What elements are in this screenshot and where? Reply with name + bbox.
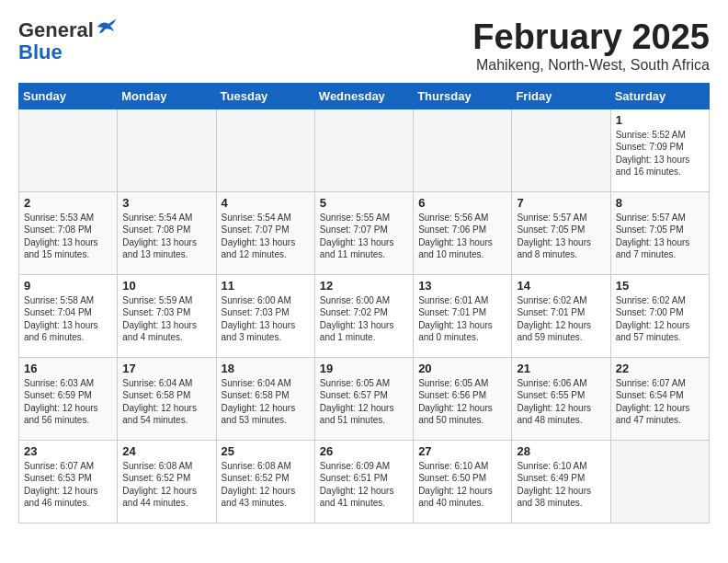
calendar-cell: 10Sunrise: 5:59 AM Sunset: 7:03 PM Dayli… (118, 274, 216, 357)
calendar-cell: 9Sunrise: 5:58 AM Sunset: 7:04 PM Daylig… (19, 274, 118, 357)
calendar-cell: 6Sunrise: 5:56 AM Sunset: 7:06 PM Daylig… (414, 191, 512, 274)
calendar-cell: 18Sunrise: 6:04 AM Sunset: 6:58 PM Dayli… (216, 357, 314, 440)
day-header-sunday: Sunday (19, 83, 118, 109)
day-info: Sunrise: 6:10 AM Sunset: 6:50 PM Dayligh… (418, 460, 506, 510)
day-number: 16 (24, 362, 112, 375)
day-info: Sunrise: 6:09 AM Sunset: 6:51 PM Dayligh… (320, 460, 408, 510)
calendar-cell: 15Sunrise: 6:02 AM Sunset: 7:00 PM Dayli… (610, 274, 709, 357)
calendar-cell: 2Sunrise: 5:53 AM Sunset: 7:08 PM Daylig… (19, 191, 118, 274)
day-info: Sunrise: 6:07 AM Sunset: 6:53 PM Dayligh… (24, 460, 112, 510)
calendar-cell (610, 440, 709, 523)
logo: General Blue (18, 18, 118, 64)
day-number: 14 (517, 279, 605, 293)
day-info: Sunrise: 6:02 AM Sunset: 7:00 PM Dayligh… (616, 294, 704, 344)
day-number: 1 (616, 113, 704, 127)
calendar-cell (216, 109, 314, 191)
calendar-cell: 4Sunrise: 5:54 AM Sunset: 7:07 PM Daylig… (216, 191, 314, 274)
day-number: 7 (517, 196, 605, 210)
calendar-cell (118, 109, 216, 191)
logo-general: General (18, 18, 94, 42)
day-info: Sunrise: 6:04 AM Sunset: 6:58 PM Dayligh… (122, 377, 210, 427)
day-info: Sunrise: 6:04 AM Sunset: 6:58 PM Dayligh… (222, 377, 310, 427)
day-number: 19 (320, 362, 408, 375)
day-info: Sunrise: 6:10 AM Sunset: 6:49 PM Dayligh… (517, 460, 605, 510)
day-number: 8 (616, 196, 704, 210)
calendar-cell: 28Sunrise: 6:10 AM Sunset: 6:49 PM Dayli… (512, 440, 610, 523)
day-number: 24 (122, 444, 210, 458)
calendar-table: SundayMondayTuesdayWednesdayThursdayFrid… (18, 83, 710, 523)
day-info: Sunrise: 6:02 AM Sunset: 7:01 PM Dayligh… (517, 294, 605, 344)
calendar-cell: 11Sunrise: 6:00 AM Sunset: 7:03 PM Dayli… (216, 274, 314, 357)
day-info: Sunrise: 6:08 AM Sunset: 6:52 PM Dayligh… (222, 460, 310, 510)
day-info: Sunrise: 6:07 AM Sunset: 6:54 PM Dayligh… (616, 377, 704, 427)
day-info: Sunrise: 5:58 AM Sunset: 7:04 PM Dayligh… (24, 294, 112, 344)
calendar-cell: 17Sunrise: 6:04 AM Sunset: 6:58 PM Dayli… (118, 357, 216, 440)
calendar-cell: 1Sunrise: 5:52 AM Sunset: 7:09 PM Daylig… (610, 109, 709, 191)
day-info: Sunrise: 6:05 AM Sunset: 6:56 PM Dayligh… (418, 377, 506, 427)
calendar-header: SundayMondayTuesdayWednesdayThursdayFrid… (19, 83, 710, 109)
day-number: 2 (24, 196, 112, 210)
day-info: Sunrise: 6:08 AM Sunset: 6:52 PM Dayligh… (122, 460, 210, 510)
calendar-cell: 5Sunrise: 5:55 AM Sunset: 7:07 PM Daylig… (314, 191, 413, 274)
calendar-cell: 23Sunrise: 6:07 AM Sunset: 6:53 PM Dayli… (19, 440, 118, 523)
calendar-cell: 14Sunrise: 6:02 AM Sunset: 7:01 PM Dayli… (512, 274, 610, 357)
day-header-wednesday: Wednesday (314, 83, 413, 109)
calendar-cell: 19Sunrise: 6:05 AM Sunset: 6:57 PM Dayli… (314, 357, 413, 440)
day-header-monday: Monday (118, 83, 216, 109)
calendar-cell (414, 109, 512, 191)
day-header-saturday: Saturday (610, 83, 709, 109)
day-number: 9 (24, 279, 112, 293)
title-block: February 2025 Mahikeng, North-West, Sout… (472, 18, 710, 74)
day-info: Sunrise: 5:57 AM Sunset: 7:05 PM Dayligh… (517, 212, 605, 261)
day-number: 3 (122, 196, 210, 210)
calendar-cell: 7Sunrise: 5:57 AM Sunset: 7:05 PM Daylig… (512, 191, 610, 274)
logo-blue: Blue (18, 40, 63, 64)
day-info: Sunrise: 6:06 AM Sunset: 6:55 PM Dayligh… (517, 377, 605, 427)
calendar-cell: 27Sunrise: 6:10 AM Sunset: 6:50 PM Dayli… (414, 440, 512, 523)
day-number: 27 (418, 444, 506, 458)
day-number: 4 (222, 196, 310, 210)
month-title: February 2025 (472, 18, 710, 57)
day-number: 26 (320, 444, 408, 458)
calendar-body: 1Sunrise: 5:52 AM Sunset: 7:09 PM Daylig… (19, 109, 710, 523)
day-number: 21 (517, 362, 605, 375)
day-number: 6 (418, 196, 506, 210)
calendar-cell (314, 109, 413, 191)
day-info: Sunrise: 5:56 AM Sunset: 7:06 PM Dayligh… (418, 212, 506, 261)
calendar-cell: 26Sunrise: 6:09 AM Sunset: 6:51 PM Dayli… (314, 440, 413, 523)
calendar-cell: 3Sunrise: 5:54 AM Sunset: 7:08 PM Daylig… (118, 191, 216, 274)
location: Mahikeng, North-West, South Africa (472, 57, 710, 74)
day-number: 5 (320, 196, 408, 210)
day-number: 23 (24, 444, 112, 458)
day-number: 13 (418, 279, 506, 293)
day-info: Sunrise: 6:01 AM Sunset: 7:01 PM Dayligh… (418, 294, 506, 344)
page-header: General Blue February 2025 Mahikeng, Nor… (18, 18, 710, 74)
day-number: 22 (616, 362, 704, 375)
day-info: Sunrise: 5:55 AM Sunset: 7:07 PM Dayligh… (320, 212, 408, 261)
day-number: 25 (222, 444, 310, 458)
day-info: Sunrise: 5:59 AM Sunset: 7:03 PM Dayligh… (122, 294, 210, 344)
day-info: Sunrise: 6:03 AM Sunset: 6:59 PM Dayligh… (24, 377, 112, 427)
calendar-cell: 24Sunrise: 6:08 AM Sunset: 6:52 PM Dayli… (118, 440, 216, 523)
day-info: Sunrise: 6:00 AM Sunset: 7:03 PM Dayligh… (222, 294, 310, 344)
calendar-cell: 22Sunrise: 6:07 AM Sunset: 6:54 PM Dayli… (610, 357, 709, 440)
day-number: 20 (418, 362, 506, 375)
day-number: 11 (222, 279, 310, 293)
calendar-cell: 20Sunrise: 6:05 AM Sunset: 6:56 PM Dayli… (414, 357, 512, 440)
calendar-cell: 8Sunrise: 5:57 AM Sunset: 7:05 PM Daylig… (610, 191, 709, 274)
day-header-thursday: Thursday (414, 83, 512, 109)
logo-bird-icon (96, 18, 118, 35)
day-number: 28 (517, 444, 605, 458)
calendar-cell (19, 109, 118, 191)
day-info: Sunrise: 5:54 AM Sunset: 7:07 PM Dayligh… (222, 212, 310, 261)
day-number: 18 (222, 362, 310, 375)
day-number: 12 (320, 279, 408, 293)
day-info: Sunrise: 6:05 AM Sunset: 6:57 PM Dayligh… (320, 377, 408, 427)
calendar-cell: 12Sunrise: 6:00 AM Sunset: 7:02 PM Dayli… (314, 274, 413, 357)
day-info: Sunrise: 5:54 AM Sunset: 7:08 PM Dayligh… (122, 212, 210, 261)
day-info: Sunrise: 5:52 AM Sunset: 7:09 PM Dayligh… (616, 129, 704, 178)
day-number: 10 (122, 279, 210, 293)
day-number: 15 (616, 279, 704, 293)
day-info: Sunrise: 5:53 AM Sunset: 7:08 PM Dayligh… (24, 212, 112, 261)
day-number: 17 (122, 362, 210, 375)
